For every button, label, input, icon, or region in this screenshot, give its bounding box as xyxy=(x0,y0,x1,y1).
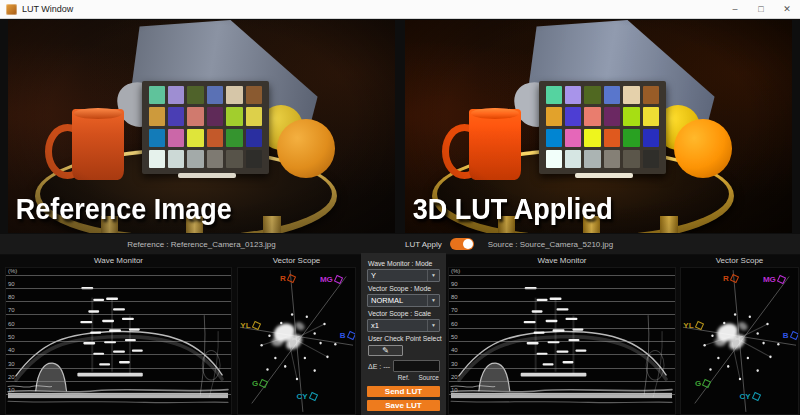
wave-scale-label: (%) xyxy=(451,268,460,274)
wave-gridline xyxy=(449,394,675,395)
vectorscope-target-b: B xyxy=(340,331,355,340)
close-button[interactable]: ✕ xyxy=(774,0,800,18)
scopes-section: Wave Monitor (%)908070605040302010 Vecto… xyxy=(0,255,800,415)
vectorscope-target-b: B xyxy=(783,331,798,340)
vector-scale-label: Vector Scope : Scale xyxy=(368,310,440,317)
vectorscope-target-yl: YL xyxy=(683,321,702,330)
wave-gridline xyxy=(6,301,231,302)
wave-gridline xyxy=(449,341,675,342)
app-icon xyxy=(6,4,17,15)
wave-scale-label: 60 xyxy=(8,321,15,327)
wave-scale-label: 50 xyxy=(451,334,458,340)
wave-scale-label: 10 xyxy=(8,387,15,393)
vector-mode-value: NORMAL xyxy=(371,296,403,305)
vectorscope-target-cy: CY xyxy=(297,392,317,401)
vectorscope-target-mg: MG xyxy=(763,275,785,284)
wave-scale-label: 70 xyxy=(8,307,15,313)
vector-scope-title: Vector Scope xyxy=(237,255,356,267)
wave-scale-label: 70 xyxy=(451,307,458,313)
wave-gridline xyxy=(449,275,675,276)
chevron-down-icon: ▼ xyxy=(427,270,436,281)
checkpoint-picker-button[interactable]: ✎ xyxy=(368,345,403,356)
reference-image-view: Reference Image xyxy=(8,20,395,233)
wave-gridline xyxy=(6,381,231,382)
wave-scale-label: 30 xyxy=(8,361,15,367)
wave-scale-label: 90 xyxy=(8,281,15,287)
wave-mode-select[interactable]: Y ▼ xyxy=(367,269,440,282)
checkpoint-label: User Check Point Select xyxy=(368,335,440,342)
wave-scale-label: 80 xyxy=(8,294,15,300)
wave-gridline xyxy=(449,314,675,315)
delta-e-value-field[interactable] xyxy=(393,360,440,372)
reference-wave-monitor: Wave Monitor (%)908070605040302010 xyxy=(5,255,232,415)
vectorscope-target-mg: MG xyxy=(320,275,342,284)
lut-apply-label: LUT Apply xyxy=(405,240,442,249)
chevron-down-icon: ▼ xyxy=(427,295,436,306)
wave-scale-label: 40 xyxy=(451,347,458,353)
vectorscope-target-r: R xyxy=(280,274,295,283)
wave-gridline xyxy=(6,341,231,342)
wave-scale-label: (%) xyxy=(8,268,17,274)
wave-gridline xyxy=(449,301,675,302)
source-caption: Source : Source_Camera_5210.jpg xyxy=(488,240,613,249)
vectorscope-target-yl: YL xyxy=(240,321,259,330)
vector-scope-title: Vector Scope xyxy=(680,255,799,267)
title-bar: LUT Window – □ ✕ xyxy=(0,0,800,19)
source-vector-scope: Vector Scope RMGYLBGCY xyxy=(680,255,799,415)
pencil-icon: ✎ xyxy=(382,346,389,355)
ref-source-labels: Ref. Source xyxy=(367,374,439,381)
vectorscope-target-cy: CY xyxy=(740,392,760,401)
wave-gridline xyxy=(6,314,231,315)
vector-plot: RMGYLBGCY xyxy=(237,267,356,415)
minimize-button[interactable]: – xyxy=(722,0,748,18)
lut-window: LUT Window – □ ✕ Reference Image xyxy=(0,0,800,415)
wave-gridline xyxy=(6,288,231,289)
wave-plot: (%)908070605040302010 xyxy=(5,267,232,415)
wave-gridline xyxy=(6,394,231,395)
wave-gridline xyxy=(6,328,231,329)
toggle-knob xyxy=(463,239,473,249)
chevron-down-icon: ▼ xyxy=(427,320,436,331)
lut-control-panel: Wave Monitor : Mode Y ▼ Vector Scope : M… xyxy=(361,253,446,415)
wave-scale-label: 20 xyxy=(8,374,15,380)
lut-applied-image-view: 3D LUT Applied xyxy=(405,20,792,233)
wave-scale-label: 50 xyxy=(8,334,15,340)
ref-label: Ref. xyxy=(398,374,410,381)
wave-scale-label: 90 xyxy=(451,281,458,287)
save-lut-button[interactable]: Save LUT xyxy=(367,400,440,411)
wave-scale-label: 80 xyxy=(451,294,458,300)
wave-scale-label: 10 xyxy=(451,387,458,393)
send-lut-button[interactable]: Send LUT xyxy=(367,386,440,397)
maximize-button[interactable]: □ xyxy=(748,0,774,18)
wave-gridline xyxy=(6,275,231,276)
vectorscope-target-g: G xyxy=(695,379,710,388)
vector-mode-label: Vector Scope : Mode xyxy=(368,285,440,292)
wave-monitor-title: Wave Monitor xyxy=(5,255,232,267)
wave-scale-label: 60 xyxy=(451,321,458,327)
vectorscope-target-g: G xyxy=(252,379,267,388)
reference-caption: Reference : Reference_Camera_0123.jpg xyxy=(8,240,395,249)
vector-scale-select[interactable]: x1 ▼ xyxy=(367,319,440,332)
wave-gridline xyxy=(449,354,675,355)
wave-scale-label: 30 xyxy=(451,361,458,367)
wave-scale-label: 20 xyxy=(451,374,458,380)
wave-gridline xyxy=(6,368,231,369)
wave-mode-value: Y xyxy=(371,271,376,280)
wave-mode-label: Wave Monitor : Mode xyxy=(368,260,440,267)
vector-mode-select[interactable]: NORMAL ▼ xyxy=(367,294,440,307)
lut-apply-toggle[interactable] xyxy=(450,238,474,250)
vector-scale-value: x1 xyxy=(371,321,379,330)
reference-vector-scope: Vector Scope RMGYLBGCY xyxy=(237,255,356,415)
source-wave-monitor: Wave Monitor (%)908070605040302010 xyxy=(448,255,676,415)
delta-e-label: ΔE : --- xyxy=(368,363,390,370)
wave-gridline xyxy=(449,288,675,289)
caption-bar: Reference : Reference_Camera_0123.jpg LU… xyxy=(0,234,800,254)
wave-gridline xyxy=(449,328,675,329)
window-title: LUT Window xyxy=(22,4,73,14)
wave-gridline xyxy=(6,354,231,355)
vector-plot: RMGYLBGCY xyxy=(680,267,799,415)
source-label: Source xyxy=(418,374,439,381)
lut-overlay-label: 3D LUT Applied xyxy=(413,193,613,226)
wave-monitor-title: Wave Monitor xyxy=(448,255,676,267)
vectorscope-target-r: R xyxy=(723,274,738,283)
